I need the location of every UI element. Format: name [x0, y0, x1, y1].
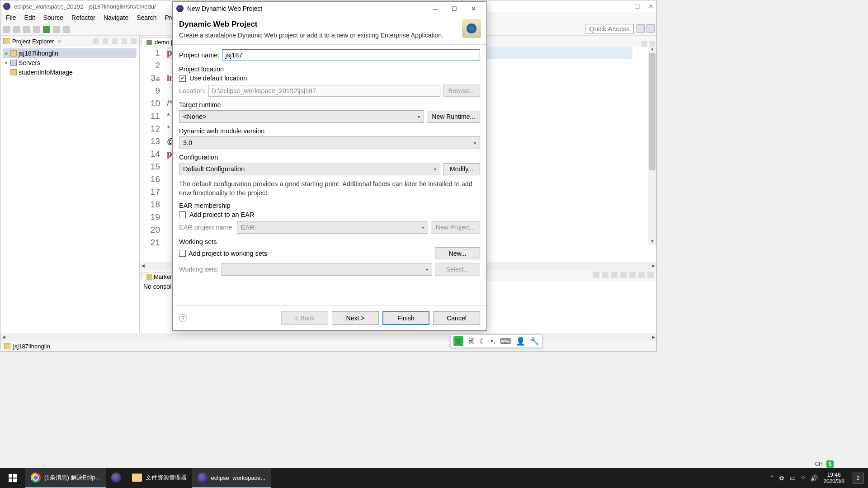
console-pin-icon[interactable] — [593, 272, 599, 278]
scroll-up-icon[interactable]: ▲ — [648, 47, 656, 53]
console-open-icon[interactable] — [620, 272, 627, 278]
tree-item-studentinfomanage[interactable]: studentInfoManage — [3, 67, 137, 77]
scroll-left-icon[interactable]: ◀ — [0, 335, 7, 339]
fold-expand-icon[interactable]: ⊕ — [156, 76, 160, 82]
use-default-location-checkbox[interactable]: ✔ Use default location — [179, 75, 480, 82]
minimize-view-icon[interactable] — [122, 38, 127, 44]
finish-button[interactable]: Finish — [382, 311, 429, 325]
ime-toolbar[interactable]: S 英 ☾ •, ⌨ 👤 🔧 — [450, 334, 542, 348]
target-runtime-select[interactable]: <None> ▾ — [179, 110, 424, 123]
tree-item-jsj187lihonglin[interactable]: ▸ jsj187lihonglin — [3, 48, 137, 58]
ime-punct-icon[interactable]: •, — [491, 337, 495, 346]
menu-edit[interactable]: Edit — [21, 13, 39, 22]
tray-app-icon[interactable]: ✿ — [779, 474, 784, 482]
scroll-down-icon[interactable]: ▼ — [648, 239, 656, 245]
new-working-set-button[interactable]: New... — [435, 247, 480, 259]
link-editor-icon[interactable] — [103, 38, 108, 44]
configuration-select[interactable]: Default Configuration ▾ — [179, 163, 440, 175]
checkbox-checked-icon[interactable]: ✔ — [179, 75, 186, 82]
taskbar-eclipse-pinned[interactable] — [106, 468, 127, 488]
modify-button[interactable]: Modify... — [443, 163, 480, 175]
maximize-view-icon[interactable] — [131, 38, 137, 44]
editor-vertical-scrollbar[interactable]: ▲ ▼ — [648, 47, 656, 245]
add-to-working-sets-checkbox[interactable] — [179, 250, 186, 257]
language-indicator[interactable]: CH S — [812, 460, 836, 468]
add-to-ear-checkbox[interactable]: Add project to an EAR — [179, 211, 480, 218]
taskbar-clock[interactable]: 19:46 2020/3/8 — [823, 472, 844, 485]
eclipse-close-button[interactable]: ✕ — [648, 3, 654, 10]
dialog-close-button[interactable]: ✕ — [464, 5, 483, 12]
sogou-tray-icon[interactable]: S — [826, 460, 834, 468]
eclipse-minimize-button[interactable]: — — [620, 3, 626, 10]
toolbar-save-icon[interactable] — [13, 26, 20, 33]
toolbar-run-icon[interactable] — [43, 26, 50, 33]
tree-item-label: studentInfoManage — [19, 69, 73, 76]
dynamic-module-select[interactable]: 3.0 ▾ — [179, 136, 480, 149]
maximize-bottom-icon[interactable] — [647, 272, 654, 278]
tree-item-servers[interactable]: ▸ Servers — [3, 58, 137, 67]
notification-center-button[interactable]: 2 — [853, 473, 863, 483]
console-display-icon[interactable] — [602, 272, 609, 278]
ime-language-toggle[interactable]: 英 — [468, 337, 475, 346]
ime-account-icon[interactable]: 👤 — [516, 337, 525, 346]
ime-settings-icon[interactable]: 🔧 — [530, 337, 539, 346]
quick-access-input[interactable]: Quick Access — [585, 24, 634, 33]
dialog-minimize-button[interactable]: — — [426, 5, 445, 12]
ime-keyboard-icon[interactable]: ⌨ — [500, 337, 511, 346]
sogou-logo-icon[interactable]: S — [453, 336, 463, 346]
dialog-window-title: New Dynamic Web Project — [187, 5, 262, 12]
toolbar-new-icon[interactable] — [3, 26, 10, 33]
menu-refactor[interactable]: Refactor — [68, 13, 99, 22]
language-code[interactable]: CH — [815, 461, 823, 467]
clock-date: 2020/3/8 — [823, 478, 844, 484]
checkbox-unchecked-icon[interactable] — [179, 211, 186, 218]
taskbar-chrome[interactable]: (1条消息) 解决Eclip... — [25, 468, 106, 488]
tray-chevron-icon[interactable]: ˄ — [770, 474, 774, 482]
tray-wifi-icon[interactable]: ⌔ — [801, 474, 805, 482]
dialog-maximize-button[interactable]: ☐ — [445, 5, 464, 12]
taskbar-file-explorer[interactable]: 文件资源管理器 — [127, 468, 192, 488]
expander-icon[interactable]: ▸ — [4, 51, 9, 56]
minimize-bottom-icon[interactable] — [638, 272, 645, 278]
help-icon[interactable]: ? — [179, 314, 187, 322]
menu-source[interactable]: Source — [40, 13, 67, 22]
chrome-icon — [31, 473, 41, 483]
new-runtime-button[interactable]: New Runtime... — [427, 111, 480, 123]
next-button[interactable]: Next > — [332, 311, 379, 325]
eclipse-title-text: eclipse_workspace_20192 - jsj187lihongli… — [14, 3, 156, 10]
project-name-input[interactable] — [222, 49, 480, 61]
tree-item-label: jsj187lihonglin — [19, 50, 58, 57]
toolbar-debug-icon[interactable] — [33, 26, 40, 33]
perspective-other-icon[interactable] — [646, 24, 655, 33]
scroll-left-icon[interactable]: ◀ — [140, 263, 146, 268]
maximize-editor-icon[interactable] — [650, 41, 655, 47]
toolbar-stop-icon[interactable] — [53, 26, 60, 33]
tray-battery-icon[interactable]: ▭ — [790, 474, 796, 482]
scrollbar-thumb[interactable] — [649, 53, 656, 170]
minimize-editor-icon[interactable] — [642, 41, 647, 47]
menu-file[interactable]: File — [2, 13, 20, 22]
ime-moon-icon[interactable]: ☾ — [479, 337, 486, 346]
collapse-all-icon[interactable] — [93, 38, 99, 44]
window-horizontal-scrollbar[interactable]: ◀ ▶ — [0, 333, 656, 341]
dynamic-module-label: Dynamic web module version — [179, 127, 480, 135]
scroll-right-icon[interactable]: ▶ — [650, 263, 656, 268]
taskbar-eclipse-running[interactable]: eclipse_workspace... — [192, 468, 271, 488]
expander-icon[interactable]: ▸ — [4, 60, 9, 65]
project-explorer-header: Project Explorer ✕ — [0, 36, 139, 47]
console-clear-icon[interactable] — [611, 272, 618, 278]
project-explorer-close-icon[interactable]: ✕ — [57, 38, 61, 44]
console-menu-icon[interactable] — [629, 272, 636, 278]
toolbar-generic-icon[interactable] — [63, 26, 70, 33]
tray-volume-icon[interactable]: 🔊 — [810, 474, 818, 482]
toolbar-saveall-icon[interactable] — [23, 26, 30, 33]
start-button[interactable] — [0, 468, 25, 488]
dialog-titlebar[interactable]: New Dynamic Web Project — ☐ ✕ — [173, 2, 486, 15]
cancel-button[interactable]: Cancel — [433, 311, 480, 325]
menu-navigate[interactable]: Navigate — [100, 13, 132, 22]
scroll-right-icon[interactable]: ▶ — [650, 335, 656, 339]
eclipse-maximize-button[interactable]: ☐ — [634, 3, 640, 10]
perspective-javaee-icon[interactable] — [637, 24, 645, 33]
menu-search[interactable]: Search — [133, 13, 160, 22]
view-menu-icon[interactable] — [112, 38, 118, 44]
